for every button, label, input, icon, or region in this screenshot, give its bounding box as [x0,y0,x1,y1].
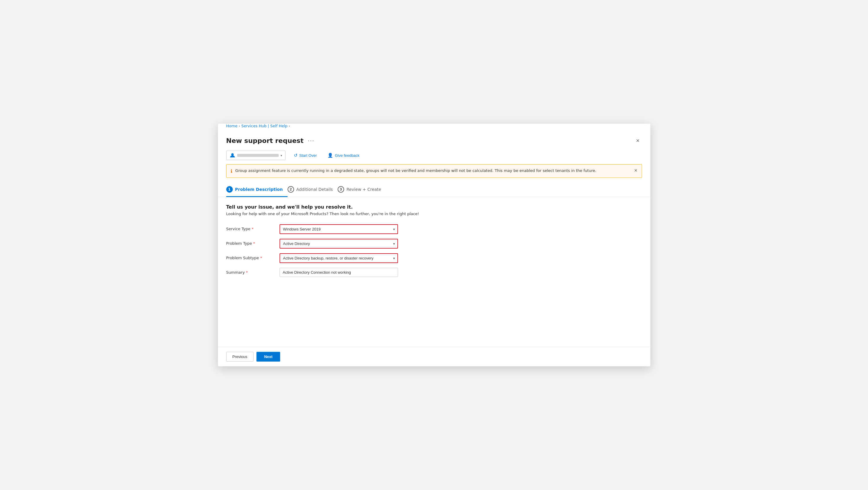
breadcrumb-sep-2: › [289,124,290,128]
breadcrumb-services-hub[interactable]: Services Hub | Self Help [241,124,287,128]
problem-type-row: Problem Type * Active Directory DNS DHCP… [226,239,642,249]
start-over-label: Start Over [300,153,317,158]
step-3-label: Review + Create [346,187,381,192]
service-type-select-wrapper: Windows Server 2019 Windows Server 2016 … [280,224,398,234]
service-type-required: * [252,227,254,231]
problem-subtype-required: * [260,256,262,260]
step-review-create[interactable]: 3 Review + Create [338,183,386,197]
give-feedback-button[interactable]: 👤 Give feedback [325,151,362,160]
modal-header: New support request ··· × [218,131,650,148]
breadcrumb-home[interactable]: Home [226,124,238,128]
breadcrumb-sep-1: › [239,124,240,128]
step-2-label: Additional Details [297,187,333,192]
give-feedback-label: Give feedback [335,153,360,158]
alert-close-button[interactable]: ✕ [634,168,638,173]
previous-button[interactable]: Previous [226,352,254,362]
svg-point-0 [231,153,234,156]
step-2-circle: 2 [287,186,294,193]
problem-subtype-label: Problem Subtype * [226,253,274,260]
breadcrumb: Home › Services Hub | Self Help › [218,124,650,131]
summary-row: Summary * [226,268,642,277]
service-type-row: Service Type * Windows Server 2019 Windo… [226,224,642,234]
summary-required: * [246,270,248,274]
start-over-button[interactable]: ↺ Start Over [291,151,319,160]
step-additional-details[interactable]: 2 Additional Details [287,183,338,197]
problem-subtype-select[interactable]: Active Directory backup, restore, or dis… [280,253,398,263]
user-selector-chevron: ▾ [280,154,282,157]
alert-text: Group assignment feature is currently ru… [236,168,631,173]
step-1-label: Problem Description [235,187,283,192]
step-1-circle: 1 [226,186,233,193]
service-type-select[interactable]: Windows Server 2019 Windows Server 2016 … [280,224,398,234]
user-selector-bar [237,154,279,157]
user-selector[interactable]: ▾ [226,151,285,160]
close-button[interactable]: × [634,136,642,145]
form-headline: Tell us your issue, and we'll help you r… [226,204,642,210]
step-problem-description[interactable]: 1 Problem Description [226,183,287,197]
form-content: Tell us your issue, and we'll help you r… [218,204,650,347]
summary-input[interactable] [280,268,398,277]
problem-type-label: Problem Type * [226,239,274,246]
steps-row: 1 Problem Description 2 Additional Detai… [218,183,650,197]
service-type-label: Service Type * [226,224,274,231]
next-button[interactable]: Next [256,352,280,362]
modal-title: New support request [226,137,304,144]
problem-type-required: * [253,241,255,246]
refresh-icon: ↺ [294,153,298,158]
alert-icon: ℹ [231,168,232,174]
feedback-icon: 👤 [328,153,333,158]
more-options-icon[interactable]: ··· [307,137,316,144]
problem-type-select-wrapper: Active Directory DNS DHCP File Services … [280,239,398,249]
support-request-modal: Home › Services Hub | Self Help › New su… [218,124,650,366]
modal-title-row: New support request ··· [226,137,316,144]
alert-banner: ℹ Group assignment feature is currently … [226,164,642,178]
modal-footer: Previous Next [218,347,650,366]
user-avatar-icon [229,152,236,158]
summary-label: Summary * [226,268,274,274]
problem-subtype-select-wrapper: Active Directory backup, restore, or dis… [280,253,398,263]
problem-type-select[interactable]: Active Directory DNS DHCP File Services [280,239,398,249]
toolbar: ▾ ↺ Start Over 👤 Give feedback [218,148,650,164]
form-subtext: Looking for help with one of your Micros… [226,211,642,216]
problem-subtype-row: Problem Subtype * Active Directory backu… [226,253,642,263]
step-3-circle: 3 [338,186,344,193]
